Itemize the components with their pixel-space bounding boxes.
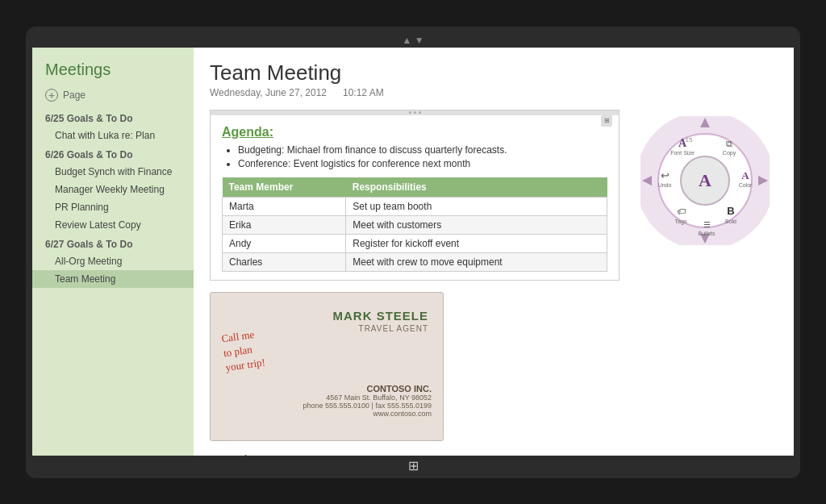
svg-text:15: 15 [686,136,693,144]
svg-text:↩: ↩ [661,169,670,181]
biz-card: MARK STEELE TRAVEL AGENT Call meto plany… [210,292,444,441]
sidebar-item-allorg[interactable]: All-Org Meeting [32,252,194,270]
cell-member-1: Erika [223,215,346,234]
biz-card-company: CONTOSO INC. 4567 Main St. Buffalo, NY 9… [303,384,432,418]
table-row: AndyRegister for kickoff event [223,234,607,252]
top-bar: ▲ ▼ [32,33,794,48]
svg-text:🏷: 🏷 [677,206,686,216]
lower-section: Questions: Make sure everyone's aware of… [210,452,778,456]
questions-label: Questions: [210,452,778,456]
top-bar-icon: ▲ ▼ [402,35,423,46]
svg-text:⧉: ⧉ [726,139,732,148]
agenda-inner: Agenda: Budgeting: Michael from finance … [222,125,607,272]
meeting-date: Wednesday, June 27, 2012 [210,87,327,98]
content-area: ⊞ Agenda: Budgeting: Michael from financ… [210,110,778,441]
agenda-bullet-0: Budgeting: Michael from finance to discu… [238,144,607,156]
agenda-strip [211,110,619,115]
sidebar-item-review[interactable]: Review Latest Copy [32,216,194,234]
agenda-bullets: Budgeting: Michael from finance to discu… [222,144,607,169]
svg-text:A: A [699,170,711,190]
corner-handle: ⊞ [601,115,612,127]
company-address: 4567 Main St. Buffalo, NY 98052 [303,394,432,402]
meeting-time: 10:12 AM [343,87,384,98]
agenda-label: Agenda: [222,125,607,140]
svg-text:B: B [727,205,734,217]
sidebar-item-team-meeting[interactable]: Team Meeting [32,270,194,288]
sidebar-item-chat-luka[interactable]: Chat with Luka re: Plan [32,127,194,144]
meeting-meta: Wednesday, June 27, 2012 10:12 AM [210,87,778,98]
add-page-button[interactable]: + Page [32,87,194,108]
sidebar: Meetings + Page 6/25 Goals & To Do Chat … [32,48,194,456]
cell-responsibility-2: Register for kickoff event [346,234,607,252]
col-responsibilities: Responsibilities [346,177,607,198]
agenda-box: ⊞ Agenda: Budgeting: Michael from financ… [210,110,620,281]
team-table: Team Member Responsibilities MartaSet up… [222,177,607,272]
main-content: Team Meeting Wednesday, June 27, 2012 10… [194,48,794,456]
device-frame: ▲ ▼ Meetings + Page 6/25 Goals & To Do C… [26,27,800,478]
questions-section: Questions: Make sure everyone's aware of… [210,452,778,456]
company-web: www.contoso.com [303,410,432,418]
dot1 [409,111,411,114]
table-row: ErikaMeet with customers [223,215,607,234]
dot3 [419,111,421,114]
meeting-title: Team Meeting [210,60,778,85]
add-page-label: Page [63,90,86,101]
sidebar-item-manager[interactable]: Manager Weekly Meeting [32,181,194,198]
svg-text:Bold: Bold [725,219,736,224]
svg-text:Bullets: Bullets [698,231,715,236]
svg-text:Copy: Copy [723,150,736,156]
sidebar-section-625: 6/25 Goals & To Do [32,108,194,127]
biz-card-name: MARK STEELE [225,309,428,323]
sidebar-item-budget[interactable]: Budget Synch with Finance [32,163,194,181]
cell-member-3: Charles [223,252,346,271]
agenda-bullet-1: Conference: Event logistics for conferen… [238,158,607,169]
svg-text:Font Size: Font Size [670,150,695,156]
sidebar-section-627: 6/27 Goals & To Do [32,234,194,252]
cell-member-2: Andy [223,234,346,252]
cell-member-0: Marta [223,197,346,215]
biz-card-handwriting: Call meto planyour trip! [220,326,266,375]
radial-menu[interactable]: A A 15 Font Size [640,116,770,245]
strip-dots [409,111,421,114]
cell-responsibility-0: Set up team booth [346,197,607,215]
svg-text:☰: ☰ [703,220,711,229]
company-phone: phone 555.555.0100 | fax 555.555.0199 [303,402,432,410]
sidebar-title: Meetings [32,57,194,87]
svg-text:Color: Color [739,182,753,188]
col-member: Team Member [223,177,346,198]
table-row: CharlesMeet with crew to move equipment [223,252,607,271]
cell-responsibility-3: Meet with crew to move equipment [346,252,607,271]
right-panel: A A 15 Font Size [632,110,778,441]
svg-text:A: A [741,169,749,181]
table-row: MartaSet up team booth [223,197,607,215]
dot2 [414,111,416,114]
svg-text:Tags: Tags [675,219,687,225]
app-container: Meetings + Page 6/25 Goals & To Do Chat … [32,48,794,456]
windows-icon: ⊞ [408,458,419,473]
radial-svg: A A 15 Font Size [640,116,770,245]
company-name: CONTOSO INC. [303,384,432,394]
sidebar-item-pr[interactable]: PR Planning [32,198,194,216]
bottom-taskbar: ⊞ [26,458,800,473]
cell-responsibility-1: Meet with customers [346,215,607,234]
notes-area: ⊞ Agenda: Budgeting: Michael from financ… [210,110,620,441]
sidebar-section-626: 6/26 Goals & To Do [32,144,194,163]
svg-text:Undo: Undo [658,182,672,188]
add-icon: + [45,89,58,102]
